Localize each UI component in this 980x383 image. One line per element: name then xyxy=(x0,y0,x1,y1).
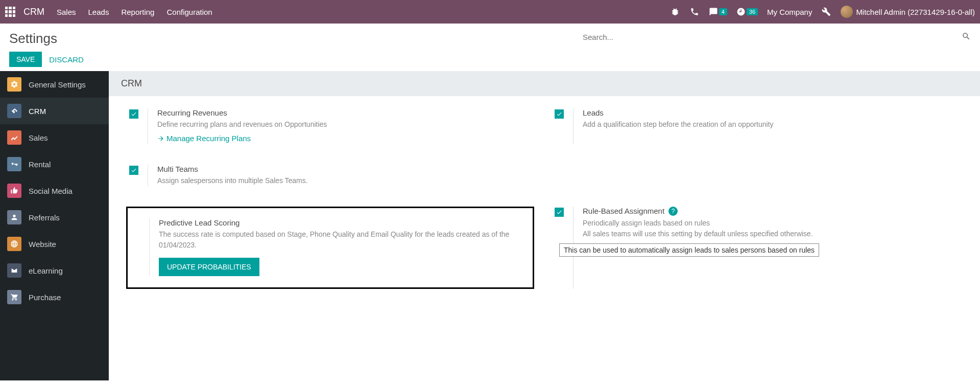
setting-multi-teams: Multi Teams Assign salespersons into mul… xyxy=(129,165,534,186)
tooltip: This can be used to automatically assign… xyxy=(559,243,819,257)
setting-desc: The success rate is computed based on St… xyxy=(159,229,523,251)
gear-icon xyxy=(7,77,21,92)
setting-desc: Define recurring plans and revenues on O… xyxy=(157,119,534,130)
cart-icon xyxy=(7,290,21,304)
setting-title: Rule-Based Assignment ? xyxy=(583,207,960,216)
user-menu[interactable]: Mitchell Admin (22731429-16-0-all) xyxy=(841,6,975,18)
search-icon[interactable] xyxy=(962,32,971,43)
sidebar-item-referrals[interactable]: Referrals xyxy=(0,204,109,231)
chat-badge: 4 xyxy=(719,8,727,15)
app-brand[interactable]: CRM xyxy=(23,7,44,17)
settings-main: CRM Recurring Revenues Define recurring … xyxy=(109,71,980,380)
setting-title: Multi Teams xyxy=(157,165,534,173)
sidebar-item-label: CRM xyxy=(29,107,46,116)
sidebar-item-rental[interactable]: Rental xyxy=(0,151,109,177)
sidebar-item-label: Social Media xyxy=(29,187,73,195)
help-icon[interactable]: ? xyxy=(668,207,678,216)
nav-links: Sales Leads Reporting Configuration xyxy=(57,8,212,16)
search-input[interactable] xyxy=(583,30,962,44)
activities-badge: 36 xyxy=(747,8,758,15)
discard-button[interactable]: DISCARD xyxy=(49,55,84,64)
setting-title: Recurring Revenues xyxy=(157,108,534,117)
settings-sidebar: General Settings CRM Sales Rental Social… xyxy=(0,71,109,380)
debug-icon[interactable] xyxy=(670,7,680,17)
sidebar-item-label: Website xyxy=(29,240,56,249)
nav-configuration[interactable]: Configuration xyxy=(166,8,212,16)
sidebar-item-website[interactable]: Website xyxy=(0,231,109,257)
nav-reporting[interactable]: Reporting xyxy=(121,8,154,16)
sidebar-item-label: General Settings xyxy=(29,80,86,89)
search-bar xyxy=(583,30,971,44)
checkbox-leads[interactable] xyxy=(555,109,564,119)
globe-icon xyxy=(7,237,21,251)
setting-desc: Periodically assign leads based on rules xyxy=(583,218,960,229)
manage-recurring-plans-link[interactable]: Manage Recurring Plans xyxy=(157,134,251,143)
company-selector[interactable]: My Company xyxy=(767,8,812,16)
highlighted-box: Predictive Lead Scoring The success rate… xyxy=(126,207,534,289)
setting-desc: Add a qualification step before the crea… xyxy=(583,119,960,130)
people-icon xyxy=(7,210,21,224)
nav-leads[interactable]: Leads xyxy=(88,8,109,16)
key-icon xyxy=(7,157,21,171)
apps-menu-icon[interactable] xyxy=(5,7,15,17)
thumbs-up-icon xyxy=(7,184,21,198)
chart-icon xyxy=(7,130,21,145)
setting-rule-based-assignment: Rule-Based Assignment ? Periodically ass… xyxy=(555,207,960,289)
nav-sales[interactable]: Sales xyxy=(57,8,76,16)
sidebar-item-label: eLearning xyxy=(29,266,63,275)
sidebar-item-general-settings[interactable]: General Settings xyxy=(0,71,109,98)
sidebar-item-label: Purchase xyxy=(29,293,61,302)
sidebar-item-purchase[interactable]: Purchase xyxy=(0,284,109,310)
setting-title: Predictive Lead Scoring xyxy=(159,218,523,227)
sidebar-item-label: Sales xyxy=(29,133,48,142)
save-button[interactable]: SAVE xyxy=(9,52,42,67)
setting-leads: Leads Add a qualification step before th… xyxy=(555,108,960,144)
section-header: CRM xyxy=(109,71,980,96)
sidebar-item-label: Rental xyxy=(29,160,51,169)
chat-button[interactable]: 4 xyxy=(709,7,727,16)
sidebar-item-social-media[interactable]: Social Media xyxy=(0,177,109,204)
update-probabilities-button[interactable]: UPDATE PROBABILITIES xyxy=(159,258,259,276)
checkbox-multi-teams[interactable] xyxy=(129,166,138,175)
tools-icon[interactable] xyxy=(821,7,831,17)
sidebar-item-crm[interactable]: CRM xyxy=(0,98,109,124)
activities-button[interactable]: 36 xyxy=(736,7,758,16)
handshake-icon xyxy=(7,104,21,118)
phone-icon[interactable] xyxy=(689,7,700,17)
book-icon xyxy=(7,263,21,278)
user-name: Mitchell Admin (22731429-16-0-all) xyxy=(856,8,975,16)
setting-predictive-lead-scoring: Predictive Lead Scoring The success rate… xyxy=(128,218,523,276)
sidebar-item-label: Referrals xyxy=(29,213,60,222)
checkbox-recurring[interactable] xyxy=(129,109,138,119)
checkbox-rule-based[interactable] xyxy=(555,208,564,217)
topnav-right: 4 36 My Company Mitchell Admin (22731429… xyxy=(670,6,975,18)
sidebar-item-sales[interactable]: Sales xyxy=(0,124,109,151)
avatar xyxy=(841,6,853,18)
sidebar-item-elearning[interactable]: eLearning xyxy=(0,257,109,284)
setting-desc: Assign salespersons into multiple Sales … xyxy=(157,175,534,186)
top-navbar: CRM Sales Leads Reporting Configuration … xyxy=(0,0,980,24)
setting-desc: All sales teams will use this setting by… xyxy=(583,229,960,239)
setting-recurring-revenues: Recurring Revenues Define recurring plan… xyxy=(129,108,534,144)
setting-title: Leads xyxy=(583,108,960,117)
